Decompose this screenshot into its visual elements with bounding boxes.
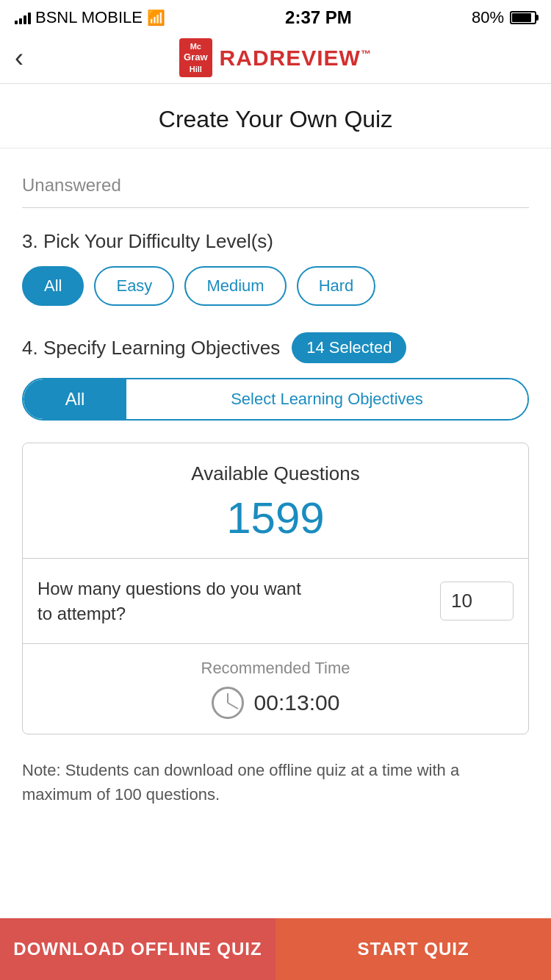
unanswered-label: Unanswered <box>22 175 121 195</box>
available-questions-section: Available Questions 1599 <box>23 443 528 559</box>
difficulty-label: 3. Pick Your Difficulty Level(s) <box>22 230 529 253</box>
signal-icon <box>15 11 31 24</box>
time-display: 00:13:00 <box>37 687 514 719</box>
battery-icon <box>510 11 536 24</box>
time-label: 2:37 PM <box>285 7 352 28</box>
logo-container: Mc Graw Hill RADREVIEW™ <box>179 38 372 77</box>
difficulty-hard-button[interactable]: Hard <box>297 266 376 306</box>
questions-card: Available Questions 1599 How many questi… <box>22 443 529 734</box>
selected-badge: 14 Selected <box>292 332 406 363</box>
brand-rad: RAD <box>220 46 270 70</box>
available-label: Available Questions <box>37 462 514 485</box>
wifi-icon: 📶 <box>147 9 165 26</box>
objectives-header: 4. Specify Learning Objectives 14 Select… <box>22 332 529 363</box>
brand-review: REVIEW <box>270 46 361 70</box>
difficulty-easy-button[interactable]: Easy <box>94 266 174 306</box>
main-content: Unanswered 3. Pick Your Difficulty Level… <box>0 149 551 843</box>
difficulty-all-button[interactable]: All <box>22 266 84 306</box>
status-left: BSNL MOBILE 📶 <box>15 8 165 27</box>
battery-percent: 80% <box>472 8 504 27</box>
questions-count: 1599 <box>37 493 514 543</box>
objectives-section: 4. Specify Learning Objectives 14 Select… <box>22 332 529 421</box>
difficulty-section: 3. Pick Your Difficulty Level(s) All Eas… <box>22 230 529 306</box>
app-header: ‹ Mc Graw Hill RADREVIEW™ <box>0 32 551 84</box>
toggle-select-button[interactable]: Select Learning Objectives <box>126 379 527 419</box>
how-many-label: How many questions do you want to attemp… <box>37 576 317 626</box>
note-text: Note: Students can download one offline … <box>22 746 529 829</box>
page-title-section: Create Your Own Quiz <box>0 84 551 149</box>
clock-icon <box>212 687 244 719</box>
quantity-input[interactable] <box>440 582 514 620</box>
how-many-row: How many questions do you want to attemp… <box>23 559 528 644</box>
mcgraw-hill-logo: Mc Graw Hill <box>179 38 212 77</box>
recommended-row: Recommended Time 00:13:00 <box>23 644 528 734</box>
status-right: 80% <box>472 8 536 27</box>
status-bar: BSNL MOBILE 📶 2:37 PM 80% <box>0 0 551 32</box>
download-offline-button[interactable]: DOWNLOAD OFFLINE QUIZ <box>0 918 276 980</box>
toggle-all-button[interactable]: All <box>24 379 126 419</box>
recommended-label: Recommended Time <box>37 659 514 678</box>
start-quiz-button[interactable]: START QUIZ <box>276 918 551 980</box>
objectives-toggle[interactable]: All Select Learning Objectives <box>22 378 529 421</box>
brand-name: RADREVIEW™ <box>220 46 372 71</box>
unanswered-section: Unanswered <box>22 163 529 208</box>
time-value: 00:13:00 <box>254 690 340 715</box>
carrier-label: BSNL MOBILE <box>35 8 143 27</box>
page-title: Create Your Own Quiz <box>22 106 529 133</box>
objectives-label: 4. Specify Learning Objectives <box>22 337 280 360</box>
difficulty-medium-button[interactable]: Medium <box>184 266 286 306</box>
bottom-buttons: DOWNLOAD OFFLINE QUIZ START QUIZ <box>0 918 551 980</box>
difficulty-buttons: All Easy Medium Hard <box>22 266 529 306</box>
back-button[interactable]: ‹ <box>15 45 24 71</box>
